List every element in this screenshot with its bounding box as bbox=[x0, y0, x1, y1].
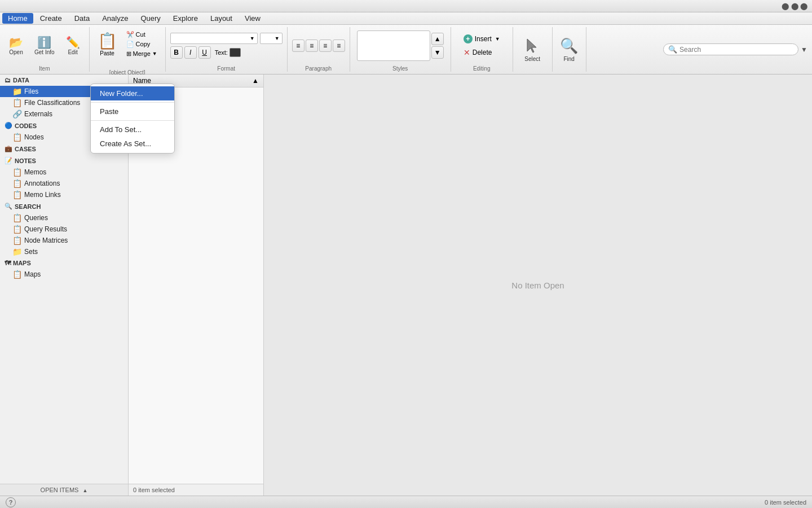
align-justify-button[interactable]: ≡ bbox=[333, 40, 345, 52]
search-box[interactable]: 🔍 bbox=[663, 43, 798, 55]
sidebar-item-annotations[interactable]: 📋 Annotations bbox=[0, 178, 128, 189]
underline-button[interactable]: U bbox=[198, 46, 211, 59]
menu-bar: HomeCreateDataAnalyzeQueryExploreLayoutV… bbox=[0, 12, 812, 25]
merge-button[interactable]: ⊞ Merge ▼ bbox=[123, 50, 161, 58]
align-center-button[interactable]: ≡ bbox=[306, 40, 318, 52]
toolbar-group-format: ▼ ▼ B I U Text: Format bbox=[166, 27, 288, 72]
item-buttons: 📂 Open ℹ️ Get Info ✏️ Edit bbox=[5, 27, 85, 64]
sidebar-item-memo-links[interactable]: 📋 Memo Links bbox=[0, 189, 128, 200]
context-menu: New Folder... Paste Add To Set... Create… bbox=[90, 84, 175, 154]
status-item-count: 0 item selected bbox=[765, 499, 806, 506]
externals-icon: 🔗 bbox=[12, 110, 22, 119]
sidebar-item-maps[interactable]: 📋 Maps bbox=[0, 269, 128, 280]
bold-button[interactable]: B bbox=[170, 46, 183, 59]
toolbar-group-clipboard: 📋 Paste ✂️ Cut 📄 Copy ⊞ Merge ▼ Past bbox=[90, 27, 166, 72]
context-menu-new-folder[interactable]: New Folder... bbox=[91, 86, 174, 100]
menu-item-data[interactable]: Data bbox=[69, 13, 95, 24]
menu-item-query[interactable]: Query bbox=[135, 13, 166, 24]
menu-item-home[interactable]: Home bbox=[2, 13, 33, 24]
open-items-section[interactable]: OPEN ITEMS ▲ bbox=[0, 484, 128, 496]
sidebar-item-memos[interactable]: 📋 Memos bbox=[0, 167, 128, 178]
paragraph-controls: ≡ ≡ ≡ ≡ bbox=[292, 27, 345, 64]
sidebar-item-query-results[interactable]: 📋 Query Results bbox=[0, 224, 128, 235]
delete-button[interactable]: ✕ Delete bbox=[460, 47, 504, 58]
font-size-dropdown[interactable]: ▼ bbox=[260, 33, 283, 44]
edit-icon: ✏️ bbox=[66, 37, 80, 48]
search-input[interactable] bbox=[679, 46, 793, 54]
paste-button[interactable]: 📋 Paste bbox=[94, 29, 121, 59]
maps-section-icon: 🗺 bbox=[5, 260, 11, 266]
content-area: No Item Open bbox=[264, 75, 812, 496]
file-classifications-icon: 📋 bbox=[12, 98, 22, 107]
find-button[interactable]: 🔍 Find bbox=[560, 27, 578, 72]
files-icon: 📁 bbox=[12, 87, 22, 96]
get-info-button[interactable]: ℹ️ Get Info bbox=[30, 34, 59, 58]
search-dropdown-arrow[interactable]: ▼ bbox=[801, 46, 807, 54]
codes-section-icon: 🔵 bbox=[5, 122, 12, 129]
toolbar-group-find: 🔍 Find bbox=[553, 27, 586, 72]
styles-down-arrow[interactable]: ▼ bbox=[431, 46, 444, 59]
sidebar-item-node-matrices[interactable]: 📋 Node Matrices bbox=[0, 235, 128, 246]
open-items-arrow: ▲ bbox=[82, 488, 87, 493]
search-section-icon: 🔍 bbox=[5, 203, 12, 210]
menu-item-explore[interactable]: Explore bbox=[167, 13, 204, 24]
help-button[interactable]: ? bbox=[6, 497, 16, 507]
text-label: Text: bbox=[215, 49, 228, 56]
merge-dropdown-arrow: ▼ bbox=[152, 51, 157, 56]
sidebar-section-search[interactable]: 🔍 SEARCH bbox=[0, 200, 128, 212]
insert-icon: + bbox=[464, 34, 473, 43]
notes-section-icon: 📝 bbox=[5, 157, 12, 164]
menu-item-layout[interactable]: Layout bbox=[205, 13, 238, 24]
sidebar-item-queries[interactable]: 📋 Queries bbox=[0, 212, 128, 224]
paragraph-row1: ≡ ≡ ≡ ≡ bbox=[292, 40, 345, 52]
align-right-button[interactable]: ≡ bbox=[319, 40, 332, 52]
copy-button[interactable]: 📄 Copy bbox=[123, 40, 161, 49]
node-matrices-icon: 📋 bbox=[12, 236, 22, 245]
file-panel-sort-icon[interactable]: ▲ bbox=[252, 77, 259, 85]
select-button[interactable]: Select bbox=[524, 27, 541, 72]
memos-icon: 📋 bbox=[12, 168, 22, 177]
toolbar-search-area: 🔍 ▼ bbox=[663, 27, 812, 72]
sidebar-section-notes[interactable]: 📝 NOTES bbox=[0, 155, 128, 167]
styles-up-arrow[interactable]: ▲ bbox=[431, 33, 444, 45]
font-dropdown[interactable]: ▼ bbox=[170, 33, 258, 44]
toolbar-group-editing: + Insert ▼ ✕ Delete Editing bbox=[451, 27, 513, 72]
context-menu-add-to-set[interactable]: Add To Set... bbox=[91, 122, 174, 137]
file-panel: Name ▲ New Folder... Paste Add To Set...… bbox=[129, 75, 264, 496]
styles-arrows: ▲ ▼ bbox=[431, 33, 444, 59]
menu-item-analyze[interactable]: Analyze bbox=[96, 13, 134, 24]
menu-item-view[interactable]: View bbox=[239, 13, 266, 24]
sidebar-section-maps[interactable]: 🗺 MAPS bbox=[0, 257, 128, 269]
toolbar-group-styles: ▲ ▼ Styles bbox=[350, 27, 451, 72]
cases-section-icon: 💼 bbox=[5, 145, 12, 152]
align-left-button[interactable]: ≡ bbox=[292, 40, 304, 52]
status-bar: ? 0 item selected bbox=[0, 496, 812, 508]
format-controls: ▼ ▼ B I U Text: bbox=[170, 27, 283, 64]
font-dropdown-arrow: ▼ bbox=[250, 36, 255, 41]
cut-copy-merge: ✂️ Cut 📄 Copy ⊞ Merge ▼ bbox=[123, 30, 161, 58]
delete-icon: ✕ bbox=[464, 48, 470, 57]
toolbar-group-select: Select bbox=[513, 27, 553, 72]
menu-item-create[interactable]: Create bbox=[34, 13, 68, 24]
font-row: ▼ ▼ bbox=[170, 33, 283, 44]
info-icon: ℹ️ bbox=[37, 37, 51, 48]
italic-button[interactable]: I bbox=[184, 46, 197, 59]
nodes-icon: 📋 bbox=[12, 133, 22, 142]
font-size-arrow: ▼ bbox=[275, 36, 280, 41]
open-button[interactable]: 📂 Open bbox=[5, 34, 28, 58]
insert-button[interactable]: + Insert ▼ bbox=[460, 33, 504, 45]
edit-button[interactable]: ✏️ Edit bbox=[61, 34, 85, 58]
sidebar-item-sets[interactable]: 📁 Sets bbox=[0, 246, 128, 257]
editing-controls: + Insert ▼ ✕ Delete bbox=[460, 27, 504, 64]
copy-icon: 📄 bbox=[126, 41, 134, 48]
toolbar-group-item: 📂 Open ℹ️ Get Info ✏️ Edit Item bbox=[0, 27, 90, 72]
toolbar: 📂 Open ℹ️ Get Info ✏️ Edit Item 📋 Paste … bbox=[0, 25, 812, 75]
clipboard-buttons: 📋 Paste ✂️ Cut 📄 Copy ⊞ Merge ▼ bbox=[94, 27, 161, 61]
text-color-swatch[interactable] bbox=[230, 48, 241, 57]
context-menu-paste[interactable]: Paste bbox=[91, 104, 174, 119]
context-menu-create-as-set[interactable]: Create As Set... bbox=[91, 137, 174, 151]
toolbar-group-paragraph: ≡ ≡ ≡ ≡ Paragraph bbox=[288, 27, 350, 72]
queries-icon: 📋 bbox=[12, 213, 22, 222]
styles-list[interactable] bbox=[357, 30, 430, 61]
cut-button[interactable]: ✂️ Cut bbox=[123, 30, 161, 39]
